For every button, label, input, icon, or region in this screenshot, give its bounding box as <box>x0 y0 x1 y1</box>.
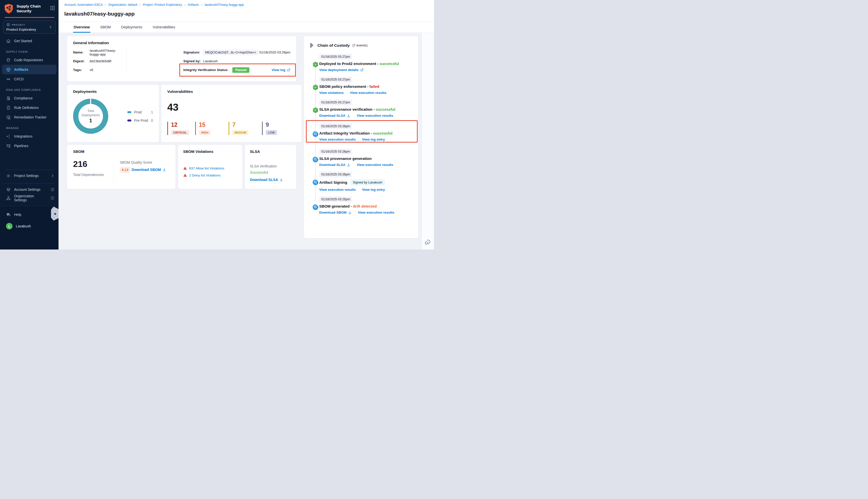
integrity-status-label: Integrity Verification Status: <box>183 68 228 72</box>
breadcrumb-item-lavakush07-easy-buggy-app[interactable]: lavakush07/easy-buggy-app <box>204 3 244 7</box>
user-menu[interactable]: L Lavakush <box>2 221 57 231</box>
event-title-row: Artifact Integrity Verification - succes… <box>319 131 414 135</box>
deployments-card: Deployments Total Deployments 1 Prod1Pre… <box>67 85 159 143</box>
sidebar-item-compliance[interactable]: Compliance <box>2 93 57 103</box>
event-title: Deployed to Prod2 environment <box>319 61 376 66</box>
download-slsa-link[interactable]: Download SLSA <box>250 178 283 182</box>
chain-of-custody-card: Chain of Custody (7 events) 01/16/2025 0… <box>304 36 419 239</box>
svg-text:∞: ∞ <box>314 109 316 112</box>
breadcrumb-item-account[interactable]: Account: Automation-SSCA <box>64 3 103 7</box>
event-timestamp: 01/16/2025 03:26pm <box>319 149 352 154</box>
view-log-link[interactable]: View log <box>272 68 290 72</box>
tab-overview[interactable]: Overview <box>73 22 91 33</box>
sbom-quality-score-value: 6.13 <box>120 167 130 173</box>
breadcrumb-item-artifacts[interactable]: Artifacts <box>188 3 199 7</box>
scan-circle-icon <box>312 179 319 185</box>
module-grid-icon[interactable] <box>50 5 55 11</box>
sidebar-item-rule-definitions[interactable]: Rule Definitions <box>2 103 57 112</box>
event-title-row: SLSA provenance generation <box>319 156 414 161</box>
link-view-execution-results[interactable]: View execution results <box>350 91 386 95</box>
event-status: drift detected <box>353 204 377 208</box>
digest-label: Digest: <box>73 59 90 63</box>
sbom-violations-card: SBOM Violations 637 Allow list Violation… <box>178 145 243 189</box>
event-timestamp: 01/16/2025 03:25pm <box>319 196 352 202</box>
link-view-violations[interactable]: View violations <box>319 91 343 95</box>
integrations-icon <box>6 134 11 139</box>
link-637-allow-list-violations[interactable]: 637 Allow list Violations <box>189 167 224 170</box>
info-icon[interactable] <box>50 196 55 200</box>
sidebar-collapse-handle[interactable]: ◀ <box>51 207 59 221</box>
sidebar-item-integrations[interactable]: Integrations <box>2 132 57 141</box>
sidebar-item-code-repositories[interactable]: Code Repositories <box>2 55 57 65</box>
breadcrumb-item-project[interactable]: Project: Product Exploratory <box>143 3 182 7</box>
breadcrumb-separator-icon: › <box>140 3 141 7</box>
link-view-log-entry[interactable]: View log entry <box>362 137 385 141</box>
custody-event-sbom-generated: 01/16/2025 03:25pmSBOM generated - drift… <box>308 196 414 214</box>
card-title: General Information <box>73 41 290 45</box>
sidebar-item-ci-cd[interactable]: CI/CD <box>2 74 57 84</box>
sidebar-item-remediation-tracker[interactable]: Remediation Tracker <box>2 112 57 122</box>
project-selector[interactable]: PROJECT Product Exploratory <box>3 21 56 34</box>
event-status: successful <box>376 107 395 111</box>
custody-event-slsa-provenance-verification: 01/16/2025 03:27pm∞SLSA provenance verif… <box>308 100 414 118</box>
sidebar-item-organization-settings[interactable]: Organization Settings <box>2 194 57 202</box>
sidebar-item-label: Compliance <box>14 96 33 100</box>
sidebar-item-get-started[interactable]: Get Started <box>2 36 57 46</box>
tab-vulnerabilities[interactable]: Vulnerabilities <box>152 22 176 33</box>
sidebar-item-label: Help <box>14 212 21 217</box>
link-view-execution-results[interactable]: View execution results <box>319 188 355 192</box>
link-view-log-entry[interactable]: View log entry <box>362 188 385 192</box>
deployments-donut-chart: Total Deployments 1 <box>73 99 108 134</box>
severity-badge: LOW <box>266 130 277 135</box>
signature-date: 01/16/2025 03:26pm <box>259 50 290 54</box>
artifact-name-value: lavakush07/easy-buggy-app <box>90 49 126 56</box>
severity-high: 15HIGH <box>195 122 229 135</box>
link-download-sbom[interactable]: Download SBOM <box>319 210 352 214</box>
tab-deployments[interactable]: Deployments <box>121 22 143 33</box>
donut-center-label: Total Deployments <box>80 109 102 118</box>
svg-text:∞: ∞ <box>314 86 316 89</box>
link-view-execution-results[interactable]: View execution results <box>319 137 355 141</box>
custody-event-artifact-integrity-verification: 01/16/2025 03:26pmArtifact Integrity Ver… <box>308 123 414 141</box>
breadcrumb-item-organization[interactable]: Organization: default <box>108 3 137 7</box>
link-2-deny-list-violations[interactable]: 2 Deny list Violations <box>189 173 220 177</box>
breadcrumb-separator-icon: › <box>201 3 202 7</box>
tab-sbom[interactable]: SBOM <box>100 22 111 33</box>
sidebar-item-help[interactable]: ? Help <box>2 210 57 219</box>
sidebar-item-pipelines[interactable]: Pipelines <box>2 141 57 150</box>
link-view-execution-results[interactable]: View execution results <box>357 114 393 118</box>
severity-low: 9LOW <box>262 122 296 135</box>
link-download-slsa[interactable]: Download SLSA <box>319 163 350 167</box>
chain-of-custody-column: Chain of Custody (7 events) 01/16/2025 0… <box>304 36 419 250</box>
sidebar-item-account-settings[interactable]: Account Settings <box>2 185 57 194</box>
sidebar-nav: Get StartedSUPPLY CHAINCode Repositories… <box>0 36 59 150</box>
scan-circle-icon <box>312 131 319 137</box>
legend-value: 0 <box>151 119 153 122</box>
sidebar-footer: ? Help L Lavakush <box>0 206 59 250</box>
chevron-right-icon <box>49 25 52 29</box>
slsa-card: SLSA SLSA Verification Successful Downlo… <box>245 145 297 189</box>
cube-icon <box>6 23 10 27</box>
app-title: Supply Chain Security <box>16 4 44 14</box>
download-icon <box>279 178 283 182</box>
support-chat-icon[interactable] <box>424 239 431 245</box>
link-view-execution-results[interactable]: View execution results <box>358 210 394 214</box>
divider <box>4 170 55 170</box>
link-view-deployment-details[interactable]: View deployment details <box>319 68 364 72</box>
nav-section-label-supply-chain: SUPPLY CHAIN <box>0 46 59 55</box>
link-view-execution-results[interactable]: View execution results <box>357 163 393 167</box>
event-title: Artifact Integrity Verification <box>319 131 370 135</box>
info-icon[interactable] <box>50 187 55 192</box>
sidebar-item-label: Account Settings <box>14 187 40 192</box>
link-download-slsa[interactable]: Download SLSA <box>319 114 350 118</box>
download-sbom-link[interactable]: Download SBOM <box>132 168 166 172</box>
severity-breakdown: 12CRITICAL15HIGH7MEDIUM9LOW <box>167 122 296 135</box>
sidebar-item-project-settings[interactable]: Project Settings <box>2 171 57 181</box>
event-title-row: SLSA provenance verification - successfu… <box>319 107 414 111</box>
severity-count: 7 <box>232 122 262 128</box>
sidebar-item-artifacts[interactable]: Artifacts <box>2 65 57 74</box>
sidebar-item-label: CI/CD <box>14 77 24 81</box>
app-root: Supply Chain Security PROJECT Product Ex… <box>0 0 434 250</box>
warning-icon <box>183 166 187 170</box>
tags-label: Tags: <box>73 68 90 72</box>
